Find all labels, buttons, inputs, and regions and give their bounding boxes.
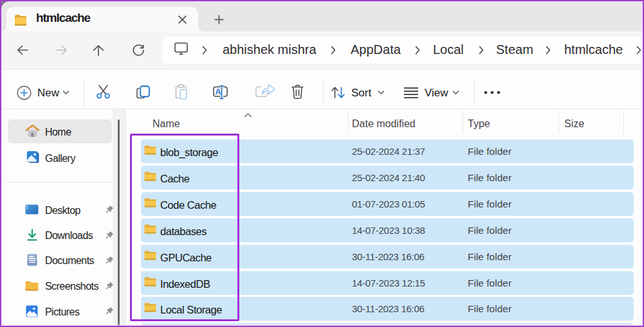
svg-text:A: A (216, 87, 221, 96)
